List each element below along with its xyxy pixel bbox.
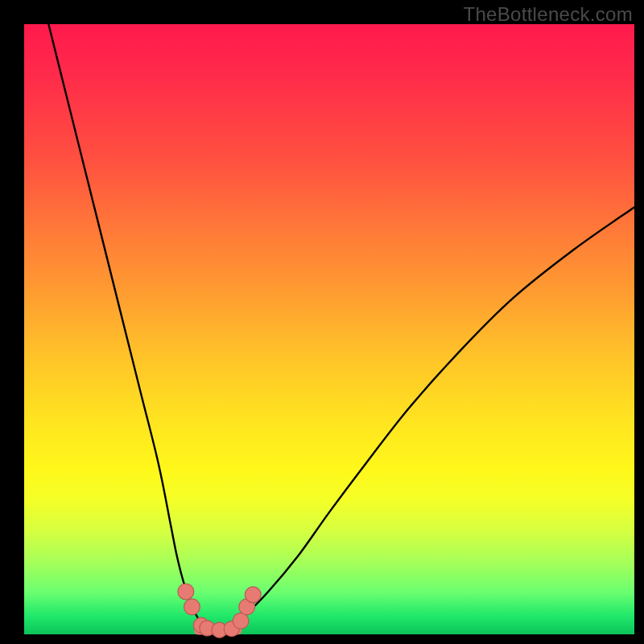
valley-marker [184, 599, 200, 615]
watermark-text: TheBottleneck.com [463, 3, 633, 26]
bottleneck-curve [24, 24, 634, 634]
plot-area [24, 24, 634, 634]
valley-marker [178, 584, 194, 600]
valley-marker [245, 587, 261, 603]
curve-left-branch [48, 24, 213, 634]
chart-frame: TheBottleneck.com [0, 0, 644, 644]
curve-right-branch [213, 207, 634, 634]
valley-markers [178, 584, 261, 638]
